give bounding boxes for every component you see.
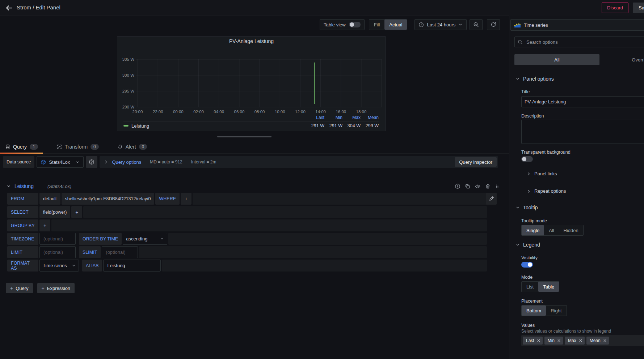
- back-button[interactable]: [4, 3, 14, 13]
- slimit-input[interactable]: [105, 249, 135, 255]
- svg-text:16:00: 16:00: [336, 110, 346, 114]
- options-search-input[interactable]: [526, 39, 641, 45]
- panel-title: PV-Anlage Leistung: [117, 37, 386, 46]
- table-view-toggle[interactable]: [349, 22, 361, 27]
- legend-visibility-toggle[interactable]: [521, 262, 533, 268]
- tab-query-label: Query: [13, 144, 27, 150]
- legend-mode-list[interactable]: List: [522, 282, 538, 292]
- pane-resize-handle[interactable]: [217, 136, 272, 137]
- panel-links-collapse[interactable]: Panel links: [527, 171, 557, 176]
- duplicate-query-icon[interactable]: [465, 184, 470, 189]
- format-as-value: Time series: [43, 263, 67, 268]
- legend-values-multiselect[interactable]: Last Min Max Mean: [521, 335, 644, 346]
- hide-query-eye-icon[interactable]: [475, 184, 481, 189]
- section-panel-options-label: Panel options: [523, 76, 554, 82]
- timeseries-chart[interactable]: 305 W300 W295 W290 W20:0022:0000:0002:00…: [120, 46, 383, 115]
- legend-values-label: Values: [521, 323, 535, 328]
- panel-preview: PV-Anlage Leistung 305 W300 W295 W290 W2…: [117, 36, 386, 131]
- transparent-background-toggle[interactable]: [521, 156, 533, 162]
- timezone-input[interactable]: [43, 236, 72, 242]
- remove-chip-icon[interactable]: [579, 339, 582, 342]
- panel-title-input[interactable]: [521, 96, 644, 107]
- datasource-select[interactable]: Stats4Lox: [37, 156, 84, 168]
- tooltip-mode-all[interactable]: All: [544, 225, 559, 235]
- svg-text:305 W: 305 W: [122, 57, 134, 61]
- datasource-help-button[interactable]: [86, 156, 97, 168]
- delete-query-trash-icon[interactable]: [485, 184, 491, 189]
- svg-text:300 W: 300 W: [122, 73, 134, 77]
- add-query-button[interactable]: + Query: [6, 283, 33, 293]
- time-range-picker[interactable]: Last 24 hours: [414, 19, 467, 30]
- remove-chip-icon[interactable]: [557, 339, 561, 342]
- query-options-strip: Query options MD = auto = 912 Interval =…: [100, 156, 498, 168]
- section-legend-label: Legend: [523, 242, 540, 248]
- chevron-down-icon: [515, 77, 520, 81]
- svg-text:10:00: 10:00: [275, 110, 285, 114]
- legend-col-mean[interactable]: Mean: [361, 115, 379, 120]
- section-panel-options[interactable]: Panel options: [515, 76, 554, 82]
- section-tooltip[interactable]: Tooltip: [515, 205, 538, 210]
- slimit-input-wrap: [102, 246, 138, 258]
- repeat-options-collapse[interactable]: Repeat options: [527, 188, 566, 194]
- tab-transform[interactable]: Transform 0: [52, 140, 104, 153]
- select-field[interactable]: field(power): [39, 206, 70, 218]
- query-row-header[interactable]: Leistung (Stats4Lox): [5, 181, 500, 191]
- svg-text:22:00: 22:00: [153, 110, 163, 114]
- tab-query[interactable]: Query 1: [0, 140, 43, 153]
- remove-chip-icon[interactable]: [537, 339, 540, 342]
- chevron-down-icon: [72, 264, 76, 268]
- collapse-chevron-icon[interactable]: [7, 184, 11, 188]
- help-circle-icon: [89, 159, 94, 165]
- add-group-by-button[interactable]: +: [39, 219, 50, 231]
- format-as-select[interactable]: Time series: [39, 260, 79, 272]
- legend-mode-table[interactable]: Table: [538, 282, 559, 292]
- add-select-button[interactable]: +: [71, 206, 82, 218]
- add-expression-button[interactable]: + Expression: [37, 283, 75, 293]
- section-legend[interactable]: Legend: [515, 242, 540, 248]
- add-where-button[interactable]: +: [181, 193, 191, 205]
- tab-transform-count: 0: [91, 144, 99, 150]
- query-inspector-button[interactable]: Query inspector: [455, 157, 497, 167]
- tab-alert[interactable]: Alert 0: [113, 140, 152, 153]
- legend-placement-bottom[interactable]: Bottom: [522, 305, 546, 316]
- actual-option[interactable]: Actual: [384, 20, 407, 30]
- timezone-row: TIMEZONE ORDER BY TIME ascending: [7, 233, 487, 245]
- fill-option[interactable]: Fill: [369, 20, 385, 30]
- where-label: WHERE: [155, 193, 180, 205]
- remove-chip-icon[interactable]: [603, 339, 607, 342]
- from-measurement[interactable]: shellies/shelly1pm-E8DB84D21312/relay/0: [62, 193, 155, 205]
- chevron-down-icon: [160, 237, 164, 241]
- options-search: [514, 37, 644, 47]
- edit-query-pencil-button[interactable]: [486, 193, 497, 205]
- row-filler: [168, 233, 487, 245]
- order-by-select[interactable]: ascending: [123, 233, 167, 245]
- format-as-label: FORMAT AS: [7, 260, 38, 272]
- discard-button[interactable]: Discard: [602, 3, 628, 13]
- tab-overrides[interactable]: Overrides: [599, 54, 644, 65]
- tab-query-count: 1: [30, 144, 38, 150]
- legend-series-row[interactable]: Leistung 291 W 291 W 304 W 299 W: [123, 121, 379, 130]
- legend-col-last[interactable]: Last: [306, 115, 324, 120]
- pencil-icon: [489, 196, 494, 201]
- tab-all[interactable]: All: [514, 54, 599, 65]
- query-options-link[interactable]: Query options: [112, 159, 141, 165]
- legend-col-max[interactable]: Max: [342, 115, 361, 120]
- legend-placement-right[interactable]: Right: [546, 305, 566, 316]
- tooltip-mode-hidden[interactable]: Hidden: [559, 225, 583, 235]
- options-sidebar: Time series All Overrides Panel options …: [509, 16, 644, 359]
- query-name[interactable]: Leistung: [14, 183, 34, 189]
- series-name[interactable]: Leistung: [131, 123, 149, 129]
- query-info-icon[interactable]: [455, 183, 460, 189]
- description-textarea[interactable]: [521, 120, 644, 144]
- limit-input[interactable]: [43, 249, 72, 255]
- from-policy[interactable]: default: [39, 193, 60, 205]
- save-button[interactable]: Save: [633, 3, 644, 13]
- zoom-out-button[interactable]: [470, 19, 483, 30]
- tooltip-mode-single[interactable]: Single: [522, 225, 544, 235]
- legend-col-min[interactable]: Min: [324, 115, 342, 120]
- refresh-button[interactable]: [487, 19, 500, 30]
- drag-handle-icon[interactable]: [495, 184, 500, 189]
- alias-input[interactable]: [106, 262, 157, 269]
- visualization-picker-button[interactable]: Time series: [510, 19, 644, 31]
- chevron-right-icon[interactable]: [104, 160, 108, 164]
